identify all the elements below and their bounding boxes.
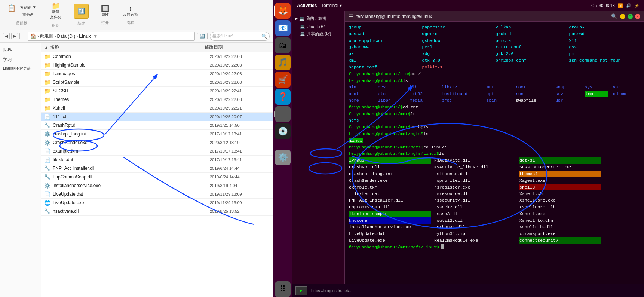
launcher-music[interactable]: 🎵 [275,55,291,70]
col-name-header[interactable]: 名称 [50,44,205,50]
ls-item: FNP_Act_Installer.dll [349,197,431,204]
t-output-item: pm [569,50,641,57]
launcher-terminal[interactable]: _ [275,106,291,122]
copy-to-button[interactable]: 复制到 ▼ [19,4,38,11]
file-row[interactable]: 📁 Languages 2020/10/29 22:03 [41,70,273,78]
launcher-store[interactable]: 🛒 [275,72,291,88]
breadcrumb-part3[interactable]: Linux [79,34,91,39]
terminal-menu[interactable]: Terminal ▾ [321,3,342,8]
launcher-help[interactable]: ❓ [275,89,291,105]
ls-item: example.tkm [349,184,431,191]
ls-item: kmdcore [349,217,431,224]
t-output-item: gshadow [422,37,494,44]
t-output-item: perl [422,44,494,50]
breadcrumb-part2[interactable]: Data (D:) [57,34,76,39]
ls-item: Xshell_ko.chm [519,217,601,224]
taskbar-terminal-icon[interactable]: ▶ [295,286,307,295]
file-row[interactable]: 📄 LiveUpdate.dat 2019/11/29 13:09 [41,190,273,199]
breadcrumb-part1[interactable]: 此电脑 [40,33,53,39]
search-icon[interactable]: 🔍 [261,34,267,39]
launcher-firefox[interactable]: 🦊 [275,3,291,19]
terminal-dot [274,111,275,117]
ubuntu-topbar: Activities Terminal ▾ Oct 30 06:13 📶 🔊 ⚡ [292,0,644,11]
nav-item-learn[interactable]: 学习 [0,55,41,64]
file-date: 2020/10/29 22:03 [210,71,270,76]
file-icon: 🔧 [44,208,50,214]
file-row[interactable]: 🌐 LiveUpdate.exe 2019/11/29 13:09 [41,199,273,207]
file-name: 111.txt [53,114,210,119]
file-name: filexfer.dat [53,157,210,162]
launcher-apps[interactable]: ⠿ [275,281,291,297]
t-ls-item: run [516,91,551,97]
file-date: 2020/10/29 22:21 [210,106,270,110]
nav-item-world[interactable]: 世界 [0,46,41,55]
file-row[interactable]: 📄 111.txt 2020/10/25 20:07 [41,113,273,121]
launcher-dvd[interactable]: 💿 [275,123,291,139]
refresh-button[interactable]: 🔄 [197,33,208,39]
new-icon: 🔃 [74,4,89,19]
hgfs-text: hgfs [349,118,359,123]
ls-item: shell3 [519,184,601,191]
file-row[interactable]: 📄 filexfer.dat 2017/10/17 13:41 [41,156,273,164]
launcher-settings[interactable]: ⚙️ [275,150,291,165]
paste-shortcut-button[interactable]: 📋 [6,4,17,18]
back-button[interactable]: ◀ [3,33,10,39]
ls-item: LiveUpdate.exe [349,237,431,244]
minimize-button[interactable]: − [620,14,625,19]
col-date-header[interactable]: 修改日期 [205,44,264,50]
file-row[interactable]: 📁 Themes 2020/10/29 22:03 [41,95,273,104]
file-row[interactable]: 📁 HighlightSample 2020/10/29 22:03 [41,61,273,70]
file-icon: 📁 [44,79,50,85]
file-row[interactable]: ⚙️ crashrpt_lang.ini 2017/10/17 13:41 [41,130,273,138]
t-ls-item: dev [378,84,405,91]
file-row[interactable]: 📁 Common 2020/10/29 22:03 [41,52,273,61]
tree-label-vm: 共享的虚拟机 [307,31,331,37]
file-row[interactable]: 📁 SECSH 2020/10/29 22:41 [41,87,273,95]
terminal-search-icon[interactable]: 🔍 [611,13,617,19]
terminal-line: feiyuanhang@ubuntu:/mnt/hgfs$ cd linux/ [349,144,640,151]
terminal-line: feiyuanhang@ubuntu:/mnt$ ls [349,111,640,117]
file-row[interactable]: 🔧 FNP_Act_Installer.dll 2019/6/24 14:44 [41,164,273,173]
ls-item: connectsecurity [519,237,601,244]
nav-buttons: ◀ ▶ ↑ [3,33,25,39]
file-rows-scroll[interactable]: 📁 Common 2020/10/29 22:03 📁 HighlightSam… [41,52,273,297]
file-row[interactable]: 📁 ScriptSample 2020/10/29 22:03 [41,78,273,87]
properties-button[interactable]: 🔲 属性 [99,4,111,18]
file-row[interactable]: 📄 example.tkm 2017/10/17 13:41 [41,147,273,156]
file-row[interactable]: 🔧 CrashRpt.dll 2019/1/21 14:50 [41,121,273,130]
t-output-item: X11 [569,37,641,44]
nav-item-linux[interactable]: Linux的不解之谜 [0,64,41,73]
up-button[interactable]: ↑ [19,33,25,39]
launcher-files[interactable]: 🗂 [275,37,291,53]
close-button[interactable]: × [635,14,640,19]
forward-button[interactable]: ▶ [11,33,18,39]
maximize-button[interactable]: □ [628,14,633,19]
activities-label[interactable]: Activities [297,3,317,8]
breadcrumb-home[interactable]: 🏠 [30,33,36,39]
file-row[interactable]: 🔧 nsactivate.dll 2020/8/25 13:52 [41,207,273,216]
new-folder-button[interactable]: 📁 新建文件夹 [49,2,63,21]
file-row[interactable]: 📁 Xshell 2020/10/29 22:21 [41,104,273,113]
new-folder-label: 新建文件夹 [50,9,61,20]
tree-item-ubuntu[interactable]: 💻 Ubuntu 64 [292,23,344,30]
file-row[interactable]: ⚙️ CrashSender.exe 2020/3/12 18:19 [41,138,273,147]
file-icon: 📁 [44,71,50,77]
linux-folder-line: linux [349,137,640,144]
file-row[interactable]: 🔧 FnpCommsSoap.dll 2019/6/24 14:44 [41,173,273,181]
t-cmd: ls [439,150,444,157]
t-output-item: wgetrc [422,31,494,37]
launcher-email[interactable]: 📧 [275,20,291,36]
search-bar[interactable]: 搜索"Linux" 🔍 [210,32,270,41]
t-ls-item: etc [378,91,405,97]
file-row[interactable]: ⚙️ installanchorservice.exe 2019/3/19 4:… [41,181,273,190]
wifi-icon: 📶 [618,3,623,8]
tree-item-vm[interactable]: 💻 共享的虚拟机 [292,30,344,38]
breadcrumb[interactable]: 🏠 › 此电脑 › Data (D:) › Linux ▼ [28,32,195,41]
tree-item-computer[interactable]: ▶ 💻 我的计算机 [292,14,344,23]
rename-button[interactable]: 重命名 [19,12,38,18]
organize-label: 组织 [52,23,59,28]
file-icon: ⚙️ [44,140,50,146]
invert-select-button[interactable]: ↕️ 反向选择 [122,4,139,18]
file-icon: 🔧 [44,165,50,171]
power-icon[interactable]: ⚡ [634,3,640,8]
